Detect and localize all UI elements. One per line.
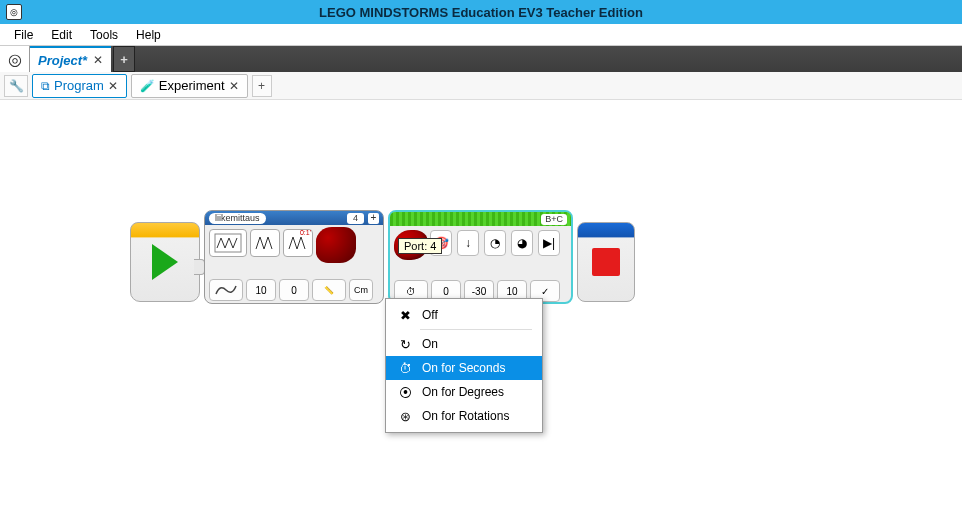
move-steering-block[interactable]: B+C 🎯 ↓ ◔ ◕ ▶| ⏱ 0 -30 10 <box>388 210 573 304</box>
window-title: LEGO MINDSTORMS Education EV3 Teacher Ed… <box>319 5 643 20</box>
oscilloscope-icon[interactable] <box>209 229 247 257</box>
degrees-icon: ⦿ <box>396 383 414 401</box>
mode-dropdown-menu: ✖ Off ↻ On ⏱ On for Seconds ⦿ On for Deg… <box>385 298 543 433</box>
dropdown-label: On for Rotations <box>422 409 509 423</box>
dropdown-item-on-rotations[interactable]: ⊛ On for Rotations <box>386 404 542 428</box>
program-tab-row: 🔧 ⧉ Program ✕ 🧪 Experiment ✕ + <box>0 72 962 100</box>
data-block-footer: 10 0 📏 Cm <box>209 279 373 301</box>
tab-program-label: Program <box>54 78 104 93</box>
brake-icon[interactable]: ▶| <box>538 230 560 256</box>
motor-block-header: B+C <box>390 212 571 226</box>
clock-icon: ⏱ <box>406 286 416 297</box>
stop-icon <box>592 248 620 276</box>
stop-block[interactable] <box>577 222 635 302</box>
unit-label[interactable]: Cm <box>349 279 373 301</box>
start-block[interactable] <box>130 222 200 302</box>
close-icon[interactable]: ✕ <box>93 53 103 67</box>
timer-icon[interactable]: ◕ <box>511 230 533 256</box>
dropdown-label: On <box>422 337 438 351</box>
gauge-icon[interactable]: ◔ <box>484 230 506 256</box>
data-block-header: liikemittaus 4 + <box>205 211 383 225</box>
close-icon[interactable]: ✕ <box>108 79 118 93</box>
clock-icon: ⏱ <box>396 359 414 377</box>
menu-tools[interactable]: Tools <box>82 26 126 44</box>
data-logging-block[interactable]: liikemittaus 4 + 0:1' <box>204 210 384 304</box>
experiment-icon: 🧪 <box>140 79 155 93</box>
graph-mode-button[interactable] <box>209 279 243 301</box>
dropdown-item-off[interactable]: ✖ Off <box>386 303 542 327</box>
add-port-button[interactable]: + <box>368 213 379 224</box>
play-icon <box>152 244 178 280</box>
dropdown-label: On for Seconds <box>422 361 505 375</box>
wrench-icon[interactable]: 🔧 <box>4 75 28 97</box>
dropdown-item-on-seconds[interactable]: ⏱ On for Seconds <box>386 356 542 380</box>
project-tab-row: ◎ Project* ✕ + <box>0 46 962 72</box>
menu-edit[interactable]: Edit <box>43 26 80 44</box>
dropdown-label: On for Degrees <box>422 385 504 399</box>
port-tooltip: Port: 4 <box>398 238 442 254</box>
menu-file[interactable]: File <box>6 26 41 44</box>
x-icon: ✖ <box>396 306 414 324</box>
titlebar: ◎ LEGO MINDSTORMS Education EV3 Teacher … <box>0 0 962 24</box>
tab-experiment-label: Experiment <box>159 78 225 93</box>
project-tab-active[interactable]: Project* ✕ <box>30 46 111 72</box>
value-samples[interactable]: 10 <box>246 279 276 301</box>
duration-icon[interactable]: 0:1' <box>283 229 313 257</box>
value-duration[interactable]: 0 <box>279 279 309 301</box>
myblock-name: liikemittaus <box>209 213 266 224</box>
motor-param-icons: 🎯 ↓ ◔ ◕ ▶| <box>430 230 567 256</box>
menu-help[interactable]: Help <box>128 26 169 44</box>
motor-ports[interactable]: B+C <box>541 214 567 225</box>
power-icon[interactable]: ↓ <box>457 230 479 256</box>
project-tab-label: Project* <box>38 53 87 68</box>
close-icon[interactable]: ✕ <box>229 79 239 93</box>
divider <box>420 329 532 330</box>
add-project-tab[interactable]: + <box>113 46 135 72</box>
rate-icon[interactable] <box>250 229 280 257</box>
rotate-icon: ↻ <box>396 335 414 353</box>
block-row: liikemittaus 4 + 0:1' <box>130 210 635 304</box>
program-canvas[interactable]: liikemittaus 4 + 0:1' <box>0 100 962 518</box>
ev3-home-icon[interactable]: ◎ <box>0 46 30 72</box>
menubar: File Edit Tools Help <box>0 24 962 46</box>
sensor-icon[interactable] <box>316 227 356 263</box>
dropdown-item-on-degrees[interactable]: ⦿ On for Degrees <box>386 380 542 404</box>
tab-experiment[interactable]: 🧪 Experiment ✕ <box>131 74 248 98</box>
add-tab-button[interactable]: + <box>252 75 272 97</box>
tab-program[interactable]: ⧉ Program ✕ <box>32 74 127 98</box>
app-icon: ◎ <box>6 4 22 20</box>
program-icon: ⧉ <box>41 79 50 93</box>
dropdown-item-on[interactable]: ↻ On <box>386 332 542 356</box>
rotations-icon: ⊛ <box>396 407 414 425</box>
dropdown-label: Off <box>422 308 438 322</box>
unit-icon[interactable]: 📏 <box>312 279 346 301</box>
port-indicator[interactable]: 4 <box>347 213 364 224</box>
